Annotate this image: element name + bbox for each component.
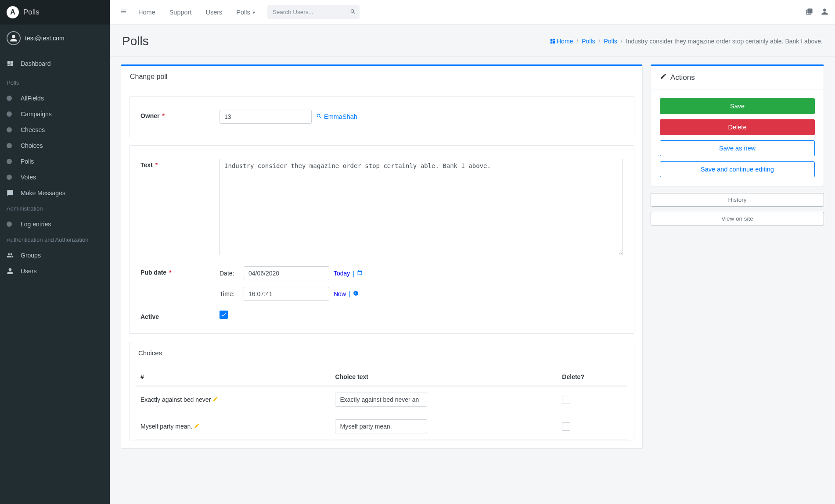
table-row: Exactly against bed never bbox=[136, 386, 627, 413]
label-text: Pub date bbox=[140, 269, 166, 276]
owner-input[interactable] bbox=[220, 110, 312, 124]
sidebar-item-label: Users bbox=[21, 268, 37, 275]
pubdate-label: Pub date * bbox=[140, 266, 220, 301]
sidebar-item-polls[interactable]: Polls bbox=[0, 154, 110, 169]
dashboard-icon bbox=[7, 60, 17, 67]
owner-lookup-link[interactable]: EmmaShah bbox=[316, 113, 357, 121]
breadcrumb-item[interactable]: Polls bbox=[604, 38, 617, 45]
dashboard-icon bbox=[550, 38, 557, 45]
pipe-separator: | bbox=[349, 290, 350, 297]
circle-icon bbox=[7, 159, 17, 164]
sidebar-item-label: Polls bbox=[21, 158, 34, 165]
sidebar-item-groups[interactable]: Groups bbox=[0, 247, 110, 263]
clock-icon[interactable] bbox=[353, 290, 359, 297]
actions-header-text: Actions bbox=[670, 73, 695, 82]
time-input[interactable] bbox=[244, 287, 329, 301]
page-title: Polls bbox=[122, 34, 149, 48]
sidebar-item-dashboard[interactable]: Dashboard bbox=[0, 56, 110, 71]
edit-icon bbox=[660, 73, 667, 82]
book-icon[interactable] bbox=[806, 8, 813, 17]
delete-checkbox[interactable] bbox=[562, 396, 570, 404]
sidebar-item-label: Dashboard bbox=[21, 60, 51, 67]
sidebar-section-header: Polls bbox=[0, 75, 110, 90]
sidebar-toggle-icon[interactable] bbox=[116, 4, 130, 20]
sidebar-item-label: AllFields bbox=[21, 95, 44, 102]
breadcrumb-item[interactable]: Polls bbox=[582, 38, 595, 45]
owner-label: Owner * bbox=[140, 110, 220, 124]
profile-icon[interactable] bbox=[821, 8, 828, 17]
topnav-link-support[interactable]: Support bbox=[163, 5, 198, 19]
circle-icon bbox=[7, 96, 17, 101]
text-label: Text * bbox=[140, 159, 220, 257]
users-icon bbox=[7, 252, 17, 259]
content-header: Polls Home / Polls / Polls / Industry co… bbox=[110, 25, 835, 57]
topnav-link-users[interactable]: Users bbox=[199, 5, 228, 19]
search-input[interactable] bbox=[267, 5, 360, 19]
delete-button[interactable]: Delete bbox=[660, 119, 815, 135]
sidebar-item-cheeses[interactable]: Cheeses bbox=[0, 122, 110, 138]
sidebar-item-label: Campaigns bbox=[21, 111, 52, 118]
topnav-link-label: Polls bbox=[236, 9, 250, 16]
text-textarea[interactable] bbox=[220, 159, 623, 255]
choice-label: Myself party mean. bbox=[140, 423, 192, 430]
now-link[interactable]: Now bbox=[334, 290, 346, 297]
save-as-new-button[interactable]: Save as new bbox=[660, 140, 815, 156]
active-checkbox[interactable] bbox=[220, 311, 228, 319]
search-icon bbox=[316, 113, 322, 121]
user-panel[interactable]: test@test.com bbox=[0, 25, 110, 52]
comments-icon bbox=[7, 189, 17, 197]
topnav-link-home[interactable]: Home bbox=[132, 5, 162, 19]
brand-logo-icon: A bbox=[7, 6, 19, 18]
choice-text-input[interactable] bbox=[335, 393, 427, 407]
calendar-icon[interactable] bbox=[357, 270, 363, 277]
breadcrumb-active: Industry consider they magazine order st… bbox=[626, 38, 823, 45]
choice-text-input[interactable] bbox=[335, 419, 427, 433]
sidebar-item-votes[interactable]: Votes bbox=[0, 169, 110, 185]
user-email: test@test.com bbox=[25, 35, 65, 42]
sidebar-section-header: Authentication and Authorization bbox=[0, 232, 110, 247]
sidebar-item-make-messages[interactable]: Make Messages bbox=[0, 185, 110, 201]
caret-down-icon: ▼ bbox=[252, 11, 256, 15]
date-input[interactable] bbox=[244, 266, 329, 280]
search-button[interactable] bbox=[350, 8, 356, 16]
breadcrumb-separator: / bbox=[599, 38, 601, 45]
circle-icon bbox=[7, 222, 17, 227]
card-header: Change poll bbox=[121, 66, 642, 88]
owner-link-text: EmmaShah bbox=[324, 113, 357, 120]
breadcrumb-separator: / bbox=[621, 38, 623, 45]
sidebar-item-label: Choices bbox=[21, 142, 43, 149]
sidebar-item-label: Cheeses bbox=[21, 126, 45, 133]
active-label: Active bbox=[140, 311, 220, 320]
choices-header: Choices bbox=[130, 342, 634, 364]
choices-section: Choices # Choice text Delete? bbox=[129, 342, 634, 440]
topnav-link-polls[interactable]: Polls▼ bbox=[230, 5, 262, 19]
choice-label: Exactly against bed never bbox=[140, 396, 211, 403]
circle-icon bbox=[7, 127, 17, 132]
breadcrumb-label: Home bbox=[557, 38, 573, 45]
save-continue-button[interactable]: Save and continue editing bbox=[660, 161, 815, 177]
today-link[interactable]: Today bbox=[334, 270, 350, 277]
history-button[interactable]: History bbox=[651, 193, 824, 207]
breadcrumb-home[interactable]: Home bbox=[550, 38, 573, 45]
sidebar-item-label: Votes bbox=[21, 174, 36, 181]
save-button[interactable]: Save bbox=[660, 98, 815, 114]
view-on-site-button[interactable]: View on site bbox=[651, 212, 824, 225]
edit-icon[interactable] bbox=[194, 423, 200, 430]
sidebar-item-campaigns[interactable]: Campaigns bbox=[0, 106, 110, 122]
circle-icon bbox=[7, 175, 17, 180]
sidebar-item-users[interactable]: Users bbox=[0, 263, 110, 279]
actions-card: Actions Save Delete Save as new Save and… bbox=[651, 64, 824, 186]
sidebar-item-label: Log entries bbox=[21, 221, 51, 228]
brand[interactable]: A Polls bbox=[0, 0, 110, 25]
circle-icon bbox=[7, 143, 17, 148]
sidebar-item-allfields[interactable]: AllFields bbox=[0, 90, 110, 106]
delete-checkbox[interactable] bbox=[562, 422, 570, 431]
owner-section: Owner * EmmaShah bbox=[129, 96, 634, 137]
edit-icon[interactable] bbox=[212, 396, 218, 403]
sidebar-item-log-entries[interactable]: Log entries bbox=[0, 216, 110, 232]
choices-table: # Choice text Delete? Exactly against be… bbox=[136, 368, 627, 440]
date-sublabel: Date: bbox=[220, 270, 239, 277]
breadcrumb: Home / Polls / Polls / Industry consider… bbox=[550, 38, 823, 45]
check-icon bbox=[221, 312, 227, 318]
sidebar-item-choices[interactable]: Choices bbox=[0, 138, 110, 154]
